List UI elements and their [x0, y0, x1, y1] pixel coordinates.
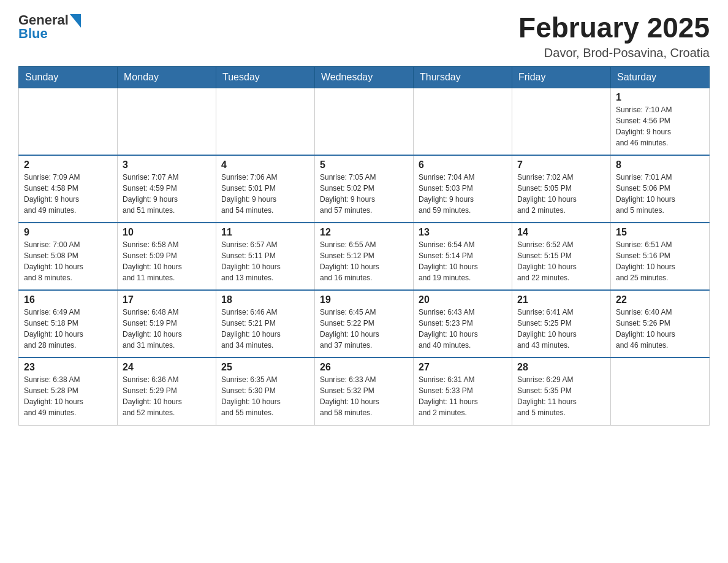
- day-info: Sunrise: 6:33 AMSunset: 5:32 PMDaylight:…: [320, 374, 408, 418]
- day-number: 3: [123, 159, 211, 170]
- calendar-cell: [611, 358, 710, 425]
- day-number: 15: [616, 227, 704, 238]
- calendar-table: SundayMondayTuesdayWednesdayThursdayFrid…: [18, 66, 710, 426]
- day-number: 20: [419, 294, 507, 305]
- calendar-cell: [315, 88, 414, 155]
- day-number: 22: [616, 294, 704, 305]
- day-info: Sunrise: 6:31 AMSunset: 5:33 PMDaylight:…: [419, 374, 507, 418]
- day-info: Sunrise: 7:09 AMSunset: 4:58 PMDaylight:…: [24, 172, 112, 216]
- day-info: Sunrise: 6:46 AMSunset: 5:21 PMDaylight:…: [221, 307, 309, 351]
- calendar-cell: 3Sunrise: 7:07 AMSunset: 4:59 PMDaylight…: [118, 155, 216, 223]
- title-section: February 2025 Davor, Brod-Posavina, Croa…: [518, 12, 710, 60]
- day-number: 11: [221, 227, 309, 238]
- day-info: Sunrise: 7:10 AMSunset: 4:56 PMDaylight:…: [616, 104, 704, 148]
- day-number: 16: [24, 294, 112, 305]
- calendar-cell: 20Sunrise: 6:43 AMSunset: 5:23 PMDayligh…: [414, 290, 512, 358]
- day-number: 8: [616, 159, 704, 170]
- day-info: Sunrise: 6:48 AMSunset: 5:19 PMDaylight:…: [123, 307, 211, 351]
- day-number: 6: [419, 159, 507, 170]
- logo: General Blue: [18, 12, 81, 42]
- calendar-cell: 22Sunrise: 6:40 AMSunset: 5:26 PMDayligh…: [611, 290, 710, 358]
- calendar-week-4: 16Sunrise: 6:49 AMSunset: 5:18 PMDayligh…: [19, 290, 710, 358]
- calendar-cell: 18Sunrise: 6:46 AMSunset: 5:21 PMDayligh…: [216, 290, 315, 358]
- day-info: Sunrise: 6:52 AMSunset: 5:15 PMDaylight:…: [517, 239, 605, 283]
- calendar-cell: 17Sunrise: 6:48 AMSunset: 5:19 PMDayligh…: [118, 290, 216, 358]
- day-info: Sunrise: 6:29 AMSunset: 5:35 PMDaylight:…: [517, 374, 605, 418]
- day-number: 18: [221, 294, 309, 305]
- day-number: 1: [616, 92, 704, 103]
- calendar-cell: 19Sunrise: 6:45 AMSunset: 5:22 PMDayligh…: [315, 290, 414, 358]
- calendar-cell: 7Sunrise: 7:02 AMSunset: 5:05 PMDaylight…: [512, 155, 611, 223]
- calendar-cell: 16Sunrise: 6:49 AMSunset: 5:18 PMDayligh…: [19, 290, 118, 358]
- day-info: Sunrise: 7:02 AMSunset: 5:05 PMDaylight:…: [517, 172, 605, 216]
- calendar-cell: [19, 88, 118, 155]
- calendar-cell: 24Sunrise: 6:36 AMSunset: 5:29 PMDayligh…: [118, 358, 216, 425]
- day-info: Sunrise: 7:06 AMSunset: 5:01 PMDaylight:…: [221, 172, 309, 216]
- day-info: Sunrise: 7:07 AMSunset: 4:59 PMDaylight:…: [123, 172, 211, 216]
- calendar-cell: 4Sunrise: 7:06 AMSunset: 5:01 PMDaylight…: [216, 155, 315, 223]
- calendar-cell: 25Sunrise: 6:35 AMSunset: 5:30 PMDayligh…: [216, 358, 315, 425]
- col-header-tuesday: Tuesday: [216, 66, 315, 88]
- calendar-cell: 9Sunrise: 7:00 AMSunset: 5:08 PMDaylight…: [19, 223, 118, 290]
- day-info: Sunrise: 7:04 AMSunset: 5:03 PMDaylight:…: [419, 172, 507, 216]
- logo-triangle-icon: [70, 14, 81, 28]
- day-info: Sunrise: 6:38 AMSunset: 5:28 PMDaylight:…: [24, 374, 112, 418]
- calendar-cell: 11Sunrise: 6:57 AMSunset: 5:11 PMDayligh…: [216, 223, 315, 290]
- day-info: Sunrise: 6:40 AMSunset: 5:26 PMDaylight:…: [616, 307, 704, 351]
- day-number: 4: [221, 159, 309, 170]
- day-info: Sunrise: 6:36 AMSunset: 5:29 PMDaylight:…: [123, 374, 211, 418]
- calendar-cell: 28Sunrise: 6:29 AMSunset: 5:35 PMDayligh…: [512, 358, 611, 425]
- day-number: 26: [320, 362, 408, 373]
- calendar-cell: [414, 88, 512, 155]
- day-info: Sunrise: 6:41 AMSunset: 5:25 PMDaylight:…: [517, 307, 605, 351]
- day-info: Sunrise: 6:35 AMSunset: 5:30 PMDaylight:…: [221, 374, 309, 418]
- calendar-cell: 13Sunrise: 6:54 AMSunset: 5:14 PMDayligh…: [414, 223, 512, 290]
- day-info: Sunrise: 6:49 AMSunset: 5:18 PMDaylight:…: [24, 307, 112, 351]
- day-number: 13: [419, 227, 507, 238]
- header-row: SundayMondayTuesdayWednesdayThursdayFrid…: [19, 66, 710, 88]
- calendar-cell: [512, 88, 611, 155]
- day-info: Sunrise: 6:58 AMSunset: 5:09 PMDaylight:…: [123, 239, 211, 283]
- calendar-cell: 15Sunrise: 6:51 AMSunset: 5:16 PMDayligh…: [611, 223, 710, 290]
- col-header-saturday: Saturday: [611, 66, 710, 88]
- calendar-cell: 21Sunrise: 6:41 AMSunset: 5:25 PMDayligh…: [512, 290, 611, 358]
- day-number: 2: [24, 159, 112, 170]
- day-number: 25: [221, 362, 309, 373]
- col-header-monday: Monday: [118, 66, 216, 88]
- day-number: 24: [123, 362, 211, 373]
- calendar-cell: 8Sunrise: 7:01 AMSunset: 5:06 PMDaylight…: [611, 155, 710, 223]
- calendar-cell: [216, 88, 315, 155]
- day-info: Sunrise: 7:00 AMSunset: 5:08 PMDaylight:…: [24, 239, 112, 283]
- calendar-week-5: 23Sunrise: 6:38 AMSunset: 5:28 PMDayligh…: [19, 358, 710, 425]
- day-number: 14: [517, 227, 605, 238]
- day-info: Sunrise: 7:01 AMSunset: 5:06 PMDaylight:…: [616, 172, 704, 216]
- logo-blue-text: Blue: [18, 26, 48, 42]
- calendar-cell: 10Sunrise: 6:58 AMSunset: 5:09 PMDayligh…: [118, 223, 216, 290]
- col-header-wednesday: Wednesday: [315, 66, 414, 88]
- svg-marker-0: [70, 14, 81, 28]
- day-info: Sunrise: 6:51 AMSunset: 5:16 PMDaylight:…: [616, 239, 704, 283]
- calendar-cell: 1Sunrise: 7:10 AMSunset: 4:56 PMDaylight…: [611, 88, 710, 155]
- day-number: 9: [24, 227, 112, 238]
- col-header-thursday: Thursday: [414, 66, 512, 88]
- calendar-week-1: 1Sunrise: 7:10 AMSunset: 4:56 PMDaylight…: [19, 88, 710, 155]
- calendar-cell: 12Sunrise: 6:55 AMSunset: 5:12 PMDayligh…: [315, 223, 414, 290]
- calendar-cell: 5Sunrise: 7:05 AMSunset: 5:02 PMDaylight…: [315, 155, 414, 223]
- col-header-sunday: Sunday: [19, 66, 118, 88]
- day-number: 19: [320, 294, 408, 305]
- day-info: Sunrise: 6:55 AMSunset: 5:12 PMDaylight:…: [320, 239, 408, 283]
- calendar-cell: 2Sunrise: 7:09 AMSunset: 4:58 PMDaylight…: [19, 155, 118, 223]
- location-title: Davor, Brod-Posavina, Croatia: [518, 46, 710, 60]
- day-info: Sunrise: 6:57 AMSunset: 5:11 PMDaylight:…: [221, 239, 309, 283]
- day-number: 23: [24, 362, 112, 373]
- day-number: 12: [320, 227, 408, 238]
- day-info: Sunrise: 6:43 AMSunset: 5:23 PMDaylight:…: [419, 307, 507, 351]
- day-number: 17: [123, 294, 211, 305]
- calendar-cell: 6Sunrise: 7:04 AMSunset: 5:03 PMDaylight…: [414, 155, 512, 223]
- day-number: 5: [320, 159, 408, 170]
- day-info: Sunrise: 6:54 AMSunset: 5:14 PMDaylight:…: [419, 239, 507, 283]
- col-header-friday: Friday: [512, 66, 611, 88]
- day-number: 21: [517, 294, 605, 305]
- day-number: 7: [517, 159, 605, 170]
- calendar-cell: 26Sunrise: 6:33 AMSunset: 5:32 PMDayligh…: [315, 358, 414, 425]
